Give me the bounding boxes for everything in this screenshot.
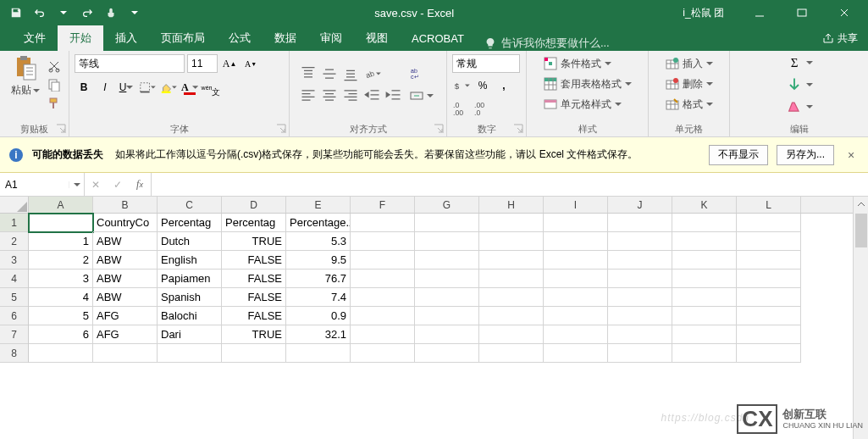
cell[interactable] <box>544 232 608 251</box>
decrease-decimal-icon[interactable]: .00.0 <box>473 98 492 117</box>
cell[interactable] <box>737 232 801 251</box>
increase-indent-icon[interactable] <box>384 86 403 105</box>
cell[interactable]: 1 <box>29 232 93 251</box>
column-header[interactable]: E <box>286 197 351 213</box>
scroll-up-icon[interactable] <box>854 197 868 212</box>
cell[interactable] <box>415 232 479 251</box>
format-cells-button[interactable]: 格式 <box>662 95 716 114</box>
message-close-icon[interactable]: × <box>843 148 860 162</box>
row-header[interactable]: 8 <box>0 344 28 363</box>
row-header[interactable]: 3 <box>0 251 28 270</box>
undo-dropdown-icon[interactable] <box>53 2 75 24</box>
cell[interactable]: 3 <box>29 270 93 288</box>
align-middle-icon[interactable] <box>320 64 339 83</box>
cell[interactable]: ABW <box>93 251 158 270</box>
column-header[interactable]: B <box>93 197 158 213</box>
cell[interactable]: FALSE <box>222 270 286 288</box>
orientation-icon[interactable]: ab <box>363 64 382 83</box>
column-header[interactable]: D <box>222 197 286 213</box>
cell[interactable]: AFG <box>93 325 158 344</box>
row-header[interactable]: 1 <box>0 214 28 232</box>
enter-formula-icon[interactable]: ✓ <box>107 173 129 196</box>
dialog-launcher-icon[interactable] <box>55 123 67 135</box>
phonetic-button[interactable]: wén文 <box>202 78 220 97</box>
cell[interactable] <box>479 232 544 251</box>
maximize-button[interactable] <box>785 0 819 25</box>
font-color-button[interactable]: A <box>180 78 199 97</box>
cell[interactable] <box>544 270 608 288</box>
cell[interactable] <box>415 325 479 344</box>
cell[interactable] <box>351 288 415 307</box>
cell[interactable] <box>672 307 737 325</box>
undo-icon[interactable] <box>29 2 51 24</box>
row-header[interactable]: 5 <box>0 288 28 307</box>
cell[interactable] <box>479 288 544 307</box>
cell[interactable] <box>351 344 415 363</box>
redo-icon[interactable] <box>76 2 98 24</box>
increase-decimal-icon[interactable]: .0.00 <box>452 98 471 117</box>
italic-button[interactable]: I <box>96 78 114 97</box>
cell[interactable]: Dutch <box>158 232 222 251</box>
formula-input[interactable] <box>152 173 868 196</box>
cell[interactable] <box>608 325 672 344</box>
cell[interactable] <box>608 232 672 251</box>
cell[interactable] <box>479 270 544 288</box>
cell[interactable] <box>737 214 801 232</box>
bold-button[interactable]: B <box>75 78 93 97</box>
cell[interactable] <box>608 344 672 363</box>
row-header[interactable]: 4 <box>0 270 28 288</box>
save-as-button[interactable]: 另存为... <box>777 145 834 165</box>
cell[interactable] <box>351 325 415 344</box>
cell[interactable]: Percentage.2 <box>286 214 351 232</box>
cell[interactable] <box>608 214 672 232</box>
tab-view[interactable]: 视图 <box>354 25 400 51</box>
cell[interactable]: TRUE <box>222 325 286 344</box>
cell[interactable]: English <box>158 251 222 270</box>
column-header[interactable]: L <box>737 197 801 213</box>
delete-cells-button[interactable]: 删除 <box>662 75 716 93</box>
cell[interactable] <box>737 288 801 307</box>
cell[interactable] <box>672 344 737 363</box>
tab-review[interactable]: 审阅 <box>308 25 354 51</box>
save-icon[interactable] <box>5 2 27 24</box>
wrap-text-button[interactable]: abc↵ <box>406 64 437 83</box>
minimize-button[interactable] <box>743 0 777 25</box>
cell[interactable]: Papiamen <box>158 270 222 288</box>
column-header[interactable]: G <box>415 197 479 213</box>
cell[interactable] <box>544 251 608 270</box>
font-name-input[interactable] <box>75 54 185 73</box>
align-center-icon[interactable] <box>320 86 339 105</box>
cell[interactable] <box>479 214 544 232</box>
cell[interactable]: ABW <box>93 288 158 307</box>
cell[interactable]: Percentag <box>158 214 222 232</box>
format-painter-icon[interactable] <box>47 96 62 111</box>
cell[interactable]: 32.1 <box>286 325 351 344</box>
cell[interactable]: 6 <box>29 325 93 344</box>
cell[interactable] <box>608 288 672 307</box>
column-header[interactable]: C <box>158 197 222 213</box>
row-header[interactable]: 2 <box>0 232 28 251</box>
cell[interactable]: 7.4 <box>286 288 351 307</box>
fill-icon[interactable] <box>785 75 804 94</box>
comma-icon[interactable]: , <box>495 76 513 95</box>
cell[interactable] <box>608 251 672 270</box>
cell[interactable] <box>544 344 608 363</box>
cell[interactable] <box>415 307 479 325</box>
cell[interactable] <box>351 232 415 251</box>
column-header[interactable]: F <box>351 197 415 213</box>
column-header[interactable]: A <box>29 197 93 213</box>
cell[interactable] <box>672 288 737 307</box>
qat-customize-icon[interactable] <box>124 2 146 24</box>
dialog-launcher-icon[interactable] <box>512 123 524 135</box>
align-left-icon[interactable] <box>299 86 318 105</box>
cancel-formula-icon[interactable]: ✕ <box>85 173 107 196</box>
decrease-font-icon[interactable]: A▼ <box>241 54 260 73</box>
vertical-scrollbar[interactable] <box>853 197 868 439</box>
percent-icon[interactable]: % <box>473 76 492 95</box>
cell[interactable] <box>158 344 222 363</box>
cell[interactable] <box>672 270 737 288</box>
cell[interactable]: 5 <box>29 307 93 325</box>
autosum-icon[interactable]: Σ <box>785 53 804 72</box>
cell[interactable] <box>737 307 801 325</box>
cell-styles-button[interactable]: 单元格样式 <box>540 95 625 114</box>
